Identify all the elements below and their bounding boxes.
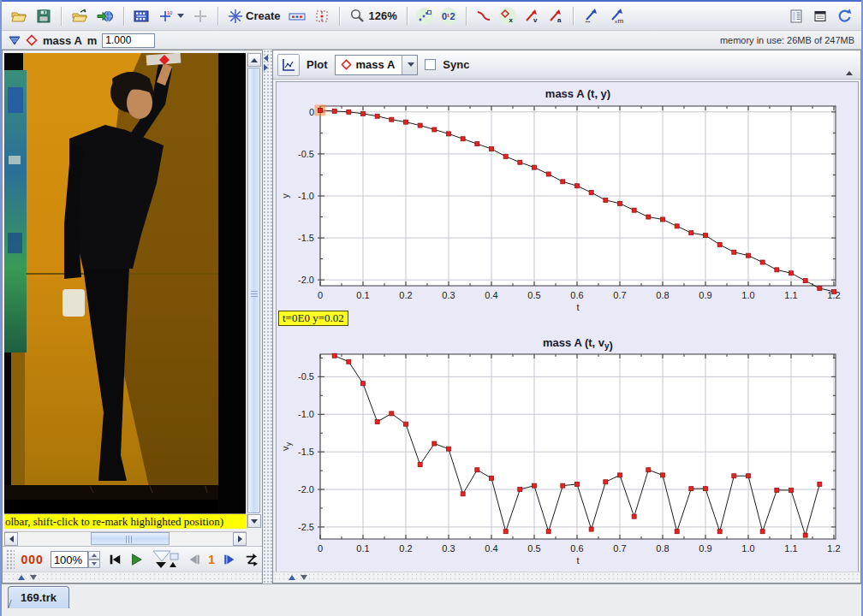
plot-icon [281, 57, 296, 73]
toolbar-separator [339, 7, 340, 26]
loop-button[interactable] [244, 549, 259, 570]
plot-y-vs-t[interactable]: 00.10.20.30.40.50.60.70.80.91.01.11.20-0… [277, 84, 856, 332]
play-button[interactable] [128, 549, 143, 570]
video-player-bar: 000 1 [3, 546, 262, 572]
svg-text:1.1: 1.1 [784, 290, 797, 300]
expand-up-icon[interactable] [289, 575, 295, 580]
track-selector-dropdown[interactable]: mass A [335, 55, 419, 75]
expand-down-icon[interactable] [30, 575, 37, 580]
arrow-up-icon [251, 58, 258, 62]
autotracker-icon [314, 9, 330, 24]
player-drag-handle[interactable] [6, 549, 15, 570]
zoom-button[interactable]: 126% [346, 5, 400, 27]
svg-text:-1.5: -1.5 [298, 447, 314, 457]
svg-text:0.8: 0.8 [656, 290, 669, 300]
open-button[interactable] [7, 5, 31, 27]
splitter-arrows[interactable] [264, 55, 271, 72]
reset-button[interactable] [107, 549, 122, 570]
open-folder-icon [10, 9, 27, 24]
plot-vy-vs-t[interactable]: 00.10.20.30.40.50.60.70.80.91.01.11.2-0.… [277, 334, 856, 572]
file-tab[interactable]: 169.trk [8, 586, 69, 608]
file-tab-label: 169.trk [21, 591, 57, 604]
svg-text:0.6: 0.6 [570, 290, 583, 300]
svg-text:0.7: 0.7 [613, 543, 626, 554]
open-library-button[interactable] [68, 5, 92, 27]
clip-settings-button[interactable] [130, 5, 152, 27]
scroll-down-button[interactable] [247, 514, 261, 528]
svg-text:-2.0: -2.0 [298, 275, 314, 285]
svg-text:mass A (t, vy): mass A (t, vy) [543, 336, 613, 352]
vector-stretch-button[interactable]: ↔ [580, 5, 604, 27]
points-toggle-button[interactable] [414, 5, 436, 27]
refresh-button[interactable] [833, 5, 856, 27]
svg-text:t: t [576, 555, 579, 566]
plot-area: 00.10.20.30.40.50.60.70.80.91.01.11.20-0… [276, 81, 859, 575]
dropdown-arrow-button[interactable] [402, 56, 417, 74]
plot-table-divider[interactable] [273, 572, 860, 583]
track-menu-triangle-icon[interactable] [9, 35, 21, 46]
svg-text:0.9: 0.9 [699, 543, 711, 554]
save-button[interactable] [33, 5, 55, 27]
collapse-left-icon [264, 55, 268, 62]
video-frame[interactable] [4, 53, 246, 513]
step-forward-button[interactable] [222, 549, 236, 570]
desktop-window-button[interactable] [809, 5, 831, 27]
accelerations-button[interactable]: a [545, 5, 567, 27]
export-button[interactable] [93, 5, 117, 27]
acceleration-arrow-icon: a [548, 9, 563, 24]
step-size-label[interactable]: 1 [208, 553, 215, 566]
video-horizontal-scrollbar[interactable] [4, 531, 247, 545]
create-button[interactable]: Create [224, 5, 283, 27]
positions-toggle-button[interactable]: x [497, 5, 519, 27]
sync-label: Sync [443, 58, 469, 71]
magnifier-icon [349, 8, 366, 24]
svg-text:t: t [576, 302, 579, 312]
zoom-decrease-button[interactable] [88, 560, 100, 568]
create-button-label: Create [246, 9, 280, 22]
scroll-left-button[interactable] [4, 532, 18, 546]
notes-button[interactable] [785, 5, 807, 27]
trails-icon [476, 9, 491, 24]
track-name-label[interactable]: mass A [43, 34, 82, 47]
com-vectors-button[interactable]: xm [605, 5, 629, 27]
zoom-increase-button[interactable] [88, 551, 100, 560]
video-table-divider[interactable] [3, 572, 262, 583]
velocities-button[interactable]: v [521, 5, 543, 27]
scroll-up-button[interactable] [247, 53, 261, 67]
play-icon [129, 553, 143, 566]
triangle-up-icon [846, 59, 853, 75]
horizontal-scroll-thumb[interactable] [91, 532, 170, 545]
expand-up-icon[interactable] [18, 575, 25, 580]
loop-icon [244, 553, 259, 567]
vertical-scroll-thumb[interactable] [247, 68, 260, 513]
plots-button[interactable] [277, 54, 300, 76]
track-diamond-icon[interactable] [26, 34, 38, 46]
mass-label: m [87, 34, 98, 47]
panel-collapse-button[interactable] [846, 59, 853, 71]
track-control-button[interactable] [285, 5, 309, 27]
scroll-right-button[interactable] [233, 532, 247, 546]
frame-slider[interactable] [151, 549, 180, 570]
sync-checkbox[interactable] [425, 59, 436, 70]
export-globe-icon [97, 9, 114, 24]
expand-down-icon[interactable] [301, 575, 307, 580]
tracker-window: 10 Create 126% 0¹2 [0, 0, 863, 616]
video-zoom-input[interactable] [51, 551, 88, 568]
trails-button[interactable] [473, 5, 495, 27]
poster-block [8, 87, 23, 113]
svg-text:y: y [280, 193, 290, 198]
video-panel: olbar, shift-click to re-mark highlighte… [2, 50, 263, 583]
axes-button[interactable] [189, 5, 211, 27]
plot-label: Plot [307, 58, 328, 71]
mass-value-input[interactable] [102, 33, 155, 48]
arrow-down-icon [251, 519, 258, 524]
video-vertical-scrollbar[interactable] [247, 53, 260, 529]
step-back-button[interactable] [187, 549, 201, 570]
toolbar-separator [407, 7, 408, 26]
calibration-button[interactable]: 10 [154, 5, 187, 27]
step-numbers-toggle-button[interactable]: 0¹2 [437, 5, 460, 27]
autotracker-button[interactable] [311, 5, 333, 27]
floor-dark [4, 500, 246, 513]
xm-arrow-icon: xm [609, 9, 626, 24]
panel-splitter[interactable] [263, 50, 272, 583]
